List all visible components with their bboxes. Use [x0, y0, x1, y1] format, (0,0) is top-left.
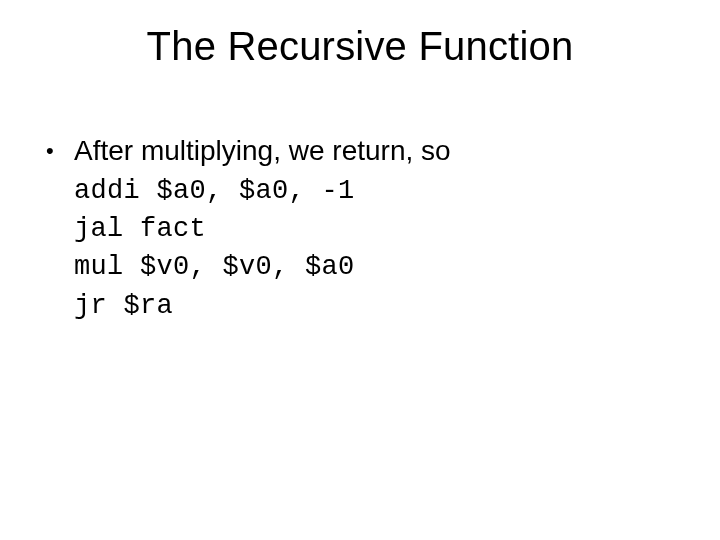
slide-body: • After multiplying, we return, so addi …: [40, 132, 680, 325]
code-line-2: jal fact: [74, 210, 680, 248]
bullet-marker: •: [40, 132, 74, 169]
bullet-text: After multiplying, we return, so: [74, 132, 680, 170]
code-line-1: addi $a0, $a0, -1: [74, 172, 680, 210]
slide: The Recursive Function • After multiplyi…: [0, 0, 720, 540]
code-line-4: jr $ra: [74, 287, 680, 325]
code-line-3: mul $v0, $v0, $a0: [74, 248, 680, 286]
bullet-item: • After multiplying, we return, so: [40, 132, 680, 170]
code-block: addi $a0, $a0, -1 jal fact mul $v0, $v0,…: [74, 172, 680, 325]
slide-title: The Recursive Function: [0, 24, 720, 69]
